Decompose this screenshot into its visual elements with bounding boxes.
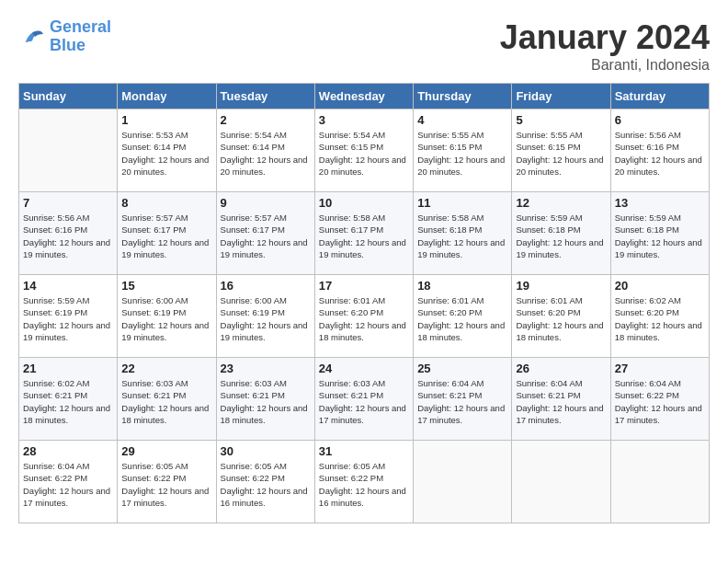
day-info: Sunrise: 5:56 AM Sunset: 6:16 PM Dayligh… xyxy=(23,212,113,260)
calendar-day-cell: 17 Sunrise: 6:01 AM Sunset: 6:20 PM Dayl… xyxy=(314,275,413,358)
day-info: Sunrise: 6:05 AM Sunset: 6:22 PM Dayligh… xyxy=(221,460,311,509)
daylight-text: Daylight: 12 hours and 20 minutes. xyxy=(516,155,603,177)
day-number: 7 xyxy=(23,196,113,210)
day-number: 28 xyxy=(23,444,113,458)
day-number: 13 xyxy=(615,196,705,210)
sunset-text: Sunset: 6:21 PM xyxy=(417,390,482,400)
day-info: Sunrise: 6:04 AM Sunset: 6:22 PM Dayligh… xyxy=(23,460,113,509)
day-number: 4 xyxy=(417,113,507,127)
daylight-text: Daylight: 12 hours and 18 minutes. xyxy=(615,320,702,342)
day-number: 26 xyxy=(516,362,606,375)
daylight-text: Daylight: 12 hours and 19 minutes. xyxy=(319,237,406,259)
calendar-day-cell xyxy=(512,441,610,523)
sunset-text: Sunset: 6:17 PM xyxy=(121,224,186,235)
sunrise-text: Sunrise: 5:59 AM xyxy=(615,213,681,223)
day-number: 25 xyxy=(417,362,507,375)
day-number: 31 xyxy=(319,444,409,458)
calendar-week-row: 28 Sunrise: 6:04 AM Sunset: 6:22 PM Dayl… xyxy=(19,441,710,523)
sunrise-text: Sunrise: 6:01 AM xyxy=(417,295,483,305)
sunrise-text: Sunrise: 5:58 AM xyxy=(417,213,483,223)
sunset-text: Sunset: 6:17 PM xyxy=(221,224,285,235)
daylight-text: Daylight: 12 hours and 19 minutes. xyxy=(121,237,209,259)
sunrise-text: Sunrise: 5:54 AM xyxy=(221,130,287,140)
day-number: 9 xyxy=(221,196,311,210)
weekday-header-cell: Tuesday xyxy=(216,84,314,109)
sunset-text: Sunset: 6:15 PM xyxy=(417,142,482,152)
sunrise-text: Sunrise: 6:04 AM xyxy=(516,378,582,388)
calendar-table: SundayMondayTuesdayWednesdayThursdayFrid… xyxy=(18,83,710,523)
daylight-text: Daylight: 12 hours and 18 minutes. xyxy=(23,403,110,425)
sunrise-text: Sunrise: 6:05 AM xyxy=(319,461,385,471)
daylight-text: Daylight: 12 hours and 16 minutes. xyxy=(319,486,406,508)
daylight-text: Daylight: 12 hours and 16 minutes. xyxy=(221,486,308,508)
sunset-text: Sunset: 6:19 PM xyxy=(23,307,87,317)
calendar-day-cell: 8 Sunrise: 5:57 AM Sunset: 6:17 PM Dayli… xyxy=(118,192,216,275)
day-number: 3 xyxy=(319,113,409,127)
sunrise-text: Sunrise: 6:04 AM xyxy=(23,461,89,471)
sunrise-text: Sunrise: 5:59 AM xyxy=(23,295,89,305)
sunrise-text: Sunrise: 5:53 AM xyxy=(121,130,188,140)
day-info: Sunrise: 5:57 AM Sunset: 6:17 PM Dayligh… xyxy=(121,212,211,260)
daylight-text: Daylight: 12 hours and 17 minutes. xyxy=(516,403,603,425)
calendar-day-cell: 19 Sunrise: 6:01 AM Sunset: 6:20 PM Dayl… xyxy=(512,275,610,358)
sunrise-text: Sunrise: 5:57 AM xyxy=(121,213,188,223)
sunrise-text: Sunrise: 5:57 AM xyxy=(221,213,287,223)
daylight-text: Daylight: 12 hours and 19 minutes. xyxy=(23,320,110,342)
sunset-text: Sunset: 6:15 PM xyxy=(516,142,580,152)
day-info: Sunrise: 5:59 AM Sunset: 6:19 PM Dayligh… xyxy=(23,294,113,343)
sunset-text: Sunset: 6:19 PM xyxy=(221,307,285,317)
calendar-day-cell: 13 Sunrise: 5:59 AM Sunset: 6:18 PM Dayl… xyxy=(610,192,709,275)
calendar-day-cell: 26 Sunrise: 6:04 AM Sunset: 6:21 PM Dayl… xyxy=(512,358,610,441)
calendar-day-cell xyxy=(414,441,512,523)
calendar-day-cell: 10 Sunrise: 5:58 AM Sunset: 6:17 PM Dayl… xyxy=(314,192,413,275)
sunrise-text: Sunrise: 6:02 AM xyxy=(615,295,681,305)
sunrise-text: Sunrise: 6:05 AM xyxy=(221,461,287,471)
daylight-text: Daylight: 12 hours and 20 minutes. xyxy=(615,155,702,177)
day-number: 8 xyxy=(121,196,211,210)
calendar-day-cell: 25 Sunrise: 6:04 AM Sunset: 6:21 PM Dayl… xyxy=(414,358,512,441)
sunset-text: Sunset: 6:18 PM xyxy=(516,224,580,235)
daylight-text: Daylight: 12 hours and 20 minutes. xyxy=(417,155,505,177)
day-info: Sunrise: 5:55 AM Sunset: 6:15 PM Dayligh… xyxy=(516,129,606,178)
day-info: Sunrise: 5:59 AM Sunset: 6:18 PM Dayligh… xyxy=(615,212,705,260)
day-number: 29 xyxy=(121,444,211,458)
sunset-text: Sunset: 6:21 PM xyxy=(121,390,186,400)
daylight-text: Daylight: 12 hours and 17 minutes. xyxy=(121,486,209,508)
sunrise-text: Sunrise: 6:04 AM xyxy=(417,378,483,388)
location-subtitle: Baranti, Indonesia xyxy=(500,57,710,74)
daylight-text: Daylight: 12 hours and 18 minutes. xyxy=(516,320,603,342)
daylight-text: Daylight: 12 hours and 17 minutes. xyxy=(319,403,406,425)
sunrise-text: Sunrise: 5:54 AM xyxy=(319,130,385,140)
sunset-text: Sunset: 6:21 PM xyxy=(221,390,285,400)
sunset-text: Sunset: 6:16 PM xyxy=(615,142,679,152)
sunset-text: Sunset: 6:20 PM xyxy=(615,307,679,317)
calendar-day-cell: 14 Sunrise: 5:59 AM Sunset: 6:19 PM Dayl… xyxy=(19,275,118,358)
sunrise-text: Sunrise: 5:56 AM xyxy=(615,130,681,140)
calendar-day-cell: 29 Sunrise: 6:05 AM Sunset: 6:22 PM Dayl… xyxy=(118,441,216,523)
logo: General Blue xyxy=(18,18,111,55)
day-number: 14 xyxy=(23,279,113,293)
sunrise-text: Sunrise: 5:55 AM xyxy=(417,130,483,140)
day-number: 20 xyxy=(615,279,705,293)
day-info: Sunrise: 5:58 AM Sunset: 6:17 PM Dayligh… xyxy=(319,212,409,260)
calendar-day-cell: 12 Sunrise: 5:59 AM Sunset: 6:18 PM Dayl… xyxy=(512,192,610,275)
logo-line1: General xyxy=(50,17,111,36)
day-number: 6 xyxy=(615,113,705,127)
logo-line2: Blue xyxy=(50,36,85,54)
calendar-week-row: 7 Sunrise: 5:56 AM Sunset: 6:16 PM Dayli… xyxy=(19,192,710,275)
day-info: Sunrise: 6:04 AM Sunset: 6:22 PM Dayligh… xyxy=(615,377,705,426)
calendar-day-cell: 18 Sunrise: 6:01 AM Sunset: 6:20 PM Dayl… xyxy=(414,275,512,358)
day-info: Sunrise: 6:00 AM Sunset: 6:19 PM Dayligh… xyxy=(221,294,311,343)
day-info: Sunrise: 5:59 AM Sunset: 6:18 PM Dayligh… xyxy=(516,212,606,260)
day-info: Sunrise: 5:58 AM Sunset: 6:18 PM Dayligh… xyxy=(417,212,507,260)
calendar-day-cell: 21 Sunrise: 6:02 AM Sunset: 6:21 PM Dayl… xyxy=(19,358,118,441)
day-number: 19 xyxy=(516,279,606,293)
daylight-text: Daylight: 12 hours and 17 minutes. xyxy=(615,403,702,425)
sunrise-text: Sunrise: 6:03 AM xyxy=(221,378,287,388)
day-info: Sunrise: 5:55 AM Sunset: 6:15 PM Dayligh… xyxy=(417,129,507,178)
sunrise-text: Sunrise: 6:01 AM xyxy=(319,295,385,305)
daylight-text: Daylight: 12 hours and 18 minutes. xyxy=(121,403,209,425)
calendar-day-cell: 16 Sunrise: 6:00 AM Sunset: 6:19 PM Dayl… xyxy=(216,275,314,358)
calendar-day-cell: 6 Sunrise: 5:56 AM Sunset: 6:16 PM Dayli… xyxy=(610,109,709,192)
day-number: 27 xyxy=(615,362,705,375)
